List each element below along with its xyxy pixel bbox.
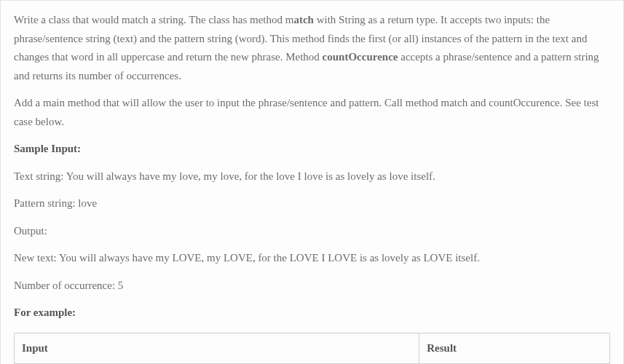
bold-match: atch <box>293 14 314 25</box>
paragraph-description-1: Write a class that would match a string.… <box>14 11 610 85</box>
sample-pattern-string: Pattern string: love <box>14 194 610 213</box>
sample-text-string: Text string: You will always have my lov… <box>14 167 610 186</box>
for-example-heading: For example: <box>14 304 610 323</box>
sample-output-label: Output: <box>14 222 610 241</box>
text-fragment: Write a class that would match a string.… <box>14 14 293 25</box>
table-header-row: Input Result <box>15 333 610 364</box>
sample-occurrence: Number of occurrence: 5 <box>14 277 610 296</box>
paragraph-description-2: Add a main method that will allow the us… <box>14 94 610 131</box>
header-result: Result <box>419 333 610 364</box>
bold-countoccurence: countOccurence <box>323 51 398 63</box>
document-container: Write a class that would match a string.… <box>0 0 624 364</box>
sample-new-text: New text: You will always have my LOVE, … <box>14 249 610 268</box>
example-table-wrap: Input Result You will always have my lov… <box>14 333 610 365</box>
header-input: Input <box>15 333 419 364</box>
example-table: Input Result You will always have my lov… <box>14 333 610 365</box>
sample-input-heading: Sample Input: <box>14 140 610 159</box>
